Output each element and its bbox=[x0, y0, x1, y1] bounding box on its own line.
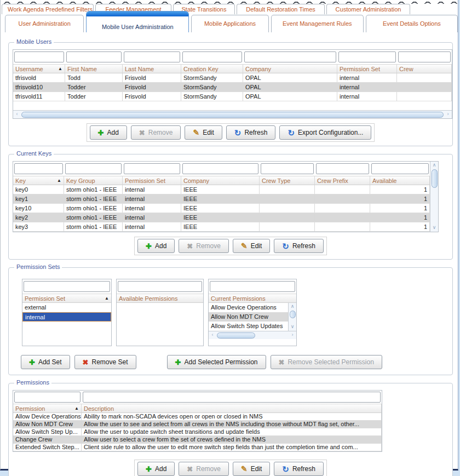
scroll-right-icon[interactable]: › bbox=[289, 331, 296, 339]
tab-default-restoration-times[interactable]: Default Restoration Times bbox=[237, 4, 325, 14]
refresh-button[interactable]: ↻ Refresh bbox=[274, 462, 324, 476]
column-header-key-group[interactable]: Key Group bbox=[64, 176, 123, 185]
current-keys-filter-key-group[interactable] bbox=[65, 163, 122, 174]
current-keys-filter-permission-set[interactable] bbox=[124, 163, 180, 174]
vertical-scrollbar[interactable]: ∧ ∨ bbox=[288, 303, 296, 331]
table-row[interactable]: key0 storm ohio1 - IEEE internal IEEE 1 bbox=[13, 185, 430, 194]
mobile-users-filter-creation-key[interactable] bbox=[182, 51, 242, 62]
current-keys-filter-available[interactable] bbox=[371, 163, 429, 174]
column-header-username[interactable]: Username▲ bbox=[13, 65, 65, 73]
table-row[interactable]: key1 storm ohio1 - IEEE internal IEEE 1 bbox=[13, 194, 430, 204]
column-header-permission-set[interactable]: Permission Set bbox=[337, 65, 397, 73]
scroll-up-icon[interactable]: ∧ bbox=[430, 162, 438, 169]
column-header-last-name[interactable]: Last Name bbox=[123, 65, 181, 73]
list-item-selected[interactable]: internal bbox=[22, 312, 111, 322]
scroll-down-icon[interactable]: ∨ bbox=[430, 224, 438, 232]
edit-button[interactable]: ✎ Edit bbox=[233, 462, 270, 476]
scroll-left-icon[interactable]: ‹ bbox=[13, 111, 21, 118]
mobile-users-filter-crew[interactable] bbox=[398, 51, 451, 62]
add-button[interactable]: ✚ Add bbox=[137, 462, 175, 476]
scroll-right-icon[interactable]: › bbox=[444, 111, 452, 118]
mobile-users-filter-permission-set[interactable] bbox=[338, 51, 396, 62]
table-row[interactable]: key10 storm ohio1 - IEEE internal IEEE 1 bbox=[13, 204, 430, 213]
table-row[interactable]: key2 storm ohio1 - IEEE internal IEEE 1 bbox=[13, 213, 430, 222]
table-row[interactable]: Allow Switch Step Up... Allow the user t… bbox=[13, 428, 382, 436]
horizontal-scrollbar[interactable]: ‹ › bbox=[13, 110, 452, 118]
scrollbar-thumb[interactable] bbox=[290, 311, 296, 318]
list-item[interactable]: Allow Device Operations bbox=[209, 303, 288, 312]
refresh-button[interactable]: ↻ Refresh bbox=[274, 239, 324, 253]
permission-set-list-header[interactable]: Permission Set ▲ bbox=[22, 294, 111, 303]
table-row[interactable]: Allow Non MDT Crew Allow the user to see… bbox=[13, 421, 382, 428]
remove-set-button[interactable]: ✖ Remove Set bbox=[74, 355, 136, 369]
cell: IEEE bbox=[181, 204, 260, 213]
table-row[interactable]: tfrisvold10 Todder Frisvold StormSandy O… bbox=[13, 83, 452, 92]
current-keys-filter-crew-prefix[interactable] bbox=[316, 163, 369, 174]
tab-work-agenda-predefined-filters[interactable]: Work Agenda Predefined Filters bbox=[2, 4, 94, 14]
mobile-users-filter-last-name[interactable] bbox=[124, 51, 180, 62]
table-row[interactable]: key3 storm ohio1 - IEEE internal IEEE 1 bbox=[13, 222, 430, 232]
add-set-button[interactable]: ✚ Add Set bbox=[21, 355, 70, 369]
remove-selected-permission-button[interactable]: ✖ Remove Selected Permission bbox=[271, 355, 382, 369]
tab-event-details-options[interactable]: Event Details Options bbox=[366, 15, 458, 32]
column-header-label: Crew Prefix bbox=[317, 176, 348, 185]
current-permissions-filter[interactable] bbox=[210, 281, 295, 292]
column-header-crew-prefix[interactable]: Crew Prefix bbox=[315, 176, 370, 185]
edit-button[interactable]: ✎ Edit bbox=[233, 239, 270, 253]
column-header-permission-set[interactable]: Permission Set bbox=[123, 176, 181, 185]
remove-button[interactable]: ✖ Remove bbox=[179, 462, 229, 476]
permission-set-filter[interactable] bbox=[24, 281, 110, 292]
column-header-first-name[interactable]: First Name bbox=[65, 65, 123, 73]
scrollbar-thumb[interactable] bbox=[217, 332, 255, 339]
edit-button[interactable]: ✎ Edit bbox=[185, 125, 222, 140]
column-header-available[interactable]: Available bbox=[370, 176, 430, 185]
table-row[interactable]: Allow Device Operations Ability to mark … bbox=[13, 413, 382, 421]
list-item[interactable]: Allow Switch Step Updates bbox=[209, 322, 288, 331]
horizontal-scrollbar[interactable]: ‹ › bbox=[209, 331, 296, 339]
export-configuration-button[interactable]: ↻ Export Configuration... bbox=[279, 125, 371, 140]
scroll-down-icon[interactable]: ∨ bbox=[289, 323, 296, 331]
vertical-scrollbar[interactable]: ∧ ∨ bbox=[430, 162, 438, 232]
remove-button[interactable]: ✖ Remove bbox=[179, 239, 229, 253]
remove-button[interactable]: ✖ Remove bbox=[131, 125, 181, 140]
column-header-company[interactable]: Company bbox=[243, 65, 337, 73]
column-header-key[interactable]: Key▲ bbox=[13, 176, 64, 185]
table-row[interactable]: Change Crew Allow user to select a crew … bbox=[13, 436, 382, 444]
tab-user-administration[interactable]: User Administration bbox=[5, 15, 84, 32]
available-permissions-list-header[interactable]: Available Permissions bbox=[117, 294, 203, 303]
tab-customer-administration[interactable]: Customer Administration bbox=[326, 4, 410, 14]
permissions-filter-permission[interactable] bbox=[14, 392, 81, 403]
mobile-users-filter-company[interactable] bbox=[244, 51, 336, 62]
available-permissions-filter[interactable] bbox=[118, 281, 202, 292]
list-item[interactable]: external bbox=[22, 303, 111, 312]
permissions-filter-description[interactable] bbox=[83, 392, 381, 403]
column-header-crew[interactable]: Crew bbox=[397, 65, 452, 73]
column-header-label: Key bbox=[15, 176, 26, 185]
tab-mobile-applications[interactable]: Mobile Applications bbox=[191, 15, 268, 32]
scrollbar-thumb[interactable] bbox=[21, 112, 444, 118]
table-row[interactable]: tfrisvold Todd Frisvold StormSandy OPAL … bbox=[13, 73, 452, 83]
column-header-crew-type[interactable]: Crew Type bbox=[260, 176, 315, 185]
table-row[interactable]: tfrisvold11 Todder Frisvold StormSandy O… bbox=[13, 92, 452, 101]
scroll-up-icon[interactable]: ∧ bbox=[289, 303, 296, 311]
column-header-permission[interactable]: Permission▲ bbox=[13, 404, 82, 412]
add-selected-permission-button[interactable]: ✚ Add Selected Permission bbox=[167, 355, 266, 369]
mobile-users-filter-first-name[interactable] bbox=[66, 51, 122, 62]
table-row[interactable]: Extended Switch Step... Client side rule… bbox=[13, 444, 382, 451]
list-item[interactable]: Allow Non MDT Crew bbox=[209, 312, 288, 322]
current-keys-filter-company[interactable] bbox=[182, 163, 258, 174]
refresh-button[interactable]: ↻ Refresh bbox=[226, 125, 276, 140]
column-header-description[interactable]: Description bbox=[82, 404, 382, 412]
tab-event-management-rules[interactable]: Event Management Rules bbox=[271, 15, 364, 32]
current-keys-filter-key[interactable] bbox=[14, 163, 63, 174]
scrollbar-thumb[interactable] bbox=[432, 169, 438, 188]
add-button[interactable]: ✚ Add bbox=[90, 125, 127, 140]
add-button[interactable]: ✚ Add bbox=[137, 239, 175, 253]
column-header-creation-key[interactable]: Creation Key bbox=[181, 65, 243, 73]
scroll-left-icon[interactable]: ‹ bbox=[209, 331, 216, 339]
current-keys-filter-crew-type[interactable] bbox=[261, 163, 314, 174]
current-permissions-list-header[interactable]: Current Permissions bbox=[209, 294, 296, 303]
column-header-company[interactable]: Company bbox=[181, 176, 260, 185]
tab-mobile-user-administration[interactable]: Mobile User Administration bbox=[86, 11, 189, 32]
mobile-users-filter-username[interactable] bbox=[14, 51, 64, 62]
